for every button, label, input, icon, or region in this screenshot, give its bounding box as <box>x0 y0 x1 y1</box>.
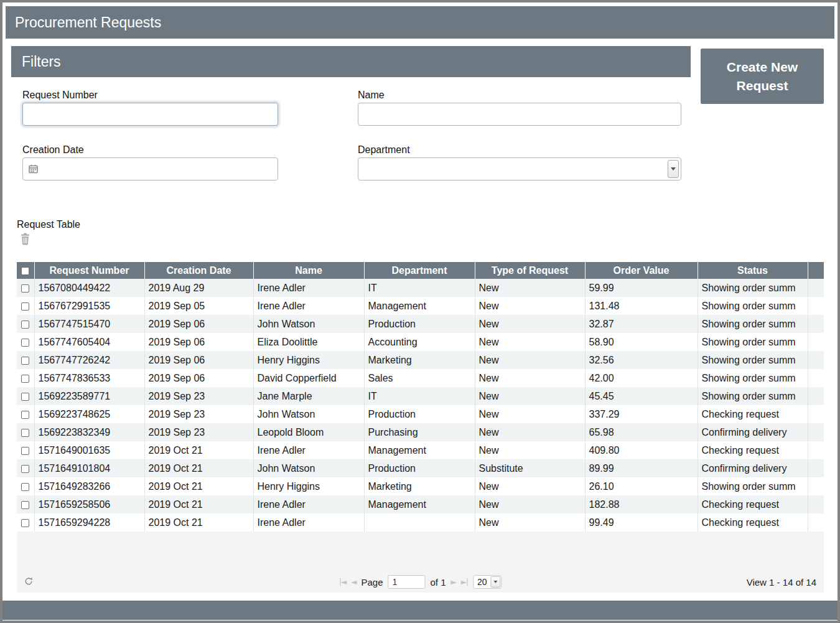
row-checkbox[interactable] <box>21 483 29 491</box>
cell-order-value: 58.90 <box>585 333 698 351</box>
cell-request-number: 1567747726242 <box>34 351 144 369</box>
cell-status: Checking request <box>698 513 808 532</box>
cell-type-of-request: New <box>475 297 585 315</box>
page-size-select[interactable]: 20 <box>473 575 502 589</box>
department-select[interactable] <box>358 157 681 180</box>
column-header-name[interactable]: Name <box>253 262 364 279</box>
cell-department: Production <box>364 405 475 423</box>
table-row: 15716592942282019 Oct 21Irene AdlerNew99… <box>17 513 824 532</box>
last-page-icon[interactable]: ►| <box>461 578 468 586</box>
reload-button[interactable] <box>24 577 33 588</box>
cell-type-of-request: New <box>475 333 585 351</box>
cell-type-of-request: New <box>475 441 585 459</box>
row-checkbox[interactable] <box>21 519 29 527</box>
reload-icon <box>24 577 33 588</box>
cell-request-number: 1567747836533 <box>34 369 144 387</box>
cell-status: Showing order summ <box>698 297 808 315</box>
next-page-icon[interactable]: ► <box>451 578 456 586</box>
cell-type-of-request: New <box>475 315 585 333</box>
column-header-status[interactable]: Status <box>698 262 808 279</box>
chevron-down-icon <box>490 576 500 588</box>
select-all-checkbox[interactable] <box>21 267 29 275</box>
cell-creation-date: 2019 Sep 05 <box>144 297 253 315</box>
row-filler-cell <box>808 297 824 315</box>
request-number-input[interactable] <box>22 103 278 126</box>
cell-department: Production <box>364 315 475 333</box>
table-row: 15716490016352019 Oct 21Irene AdlerManag… <box>17 441 824 459</box>
cell-department: IT <box>364 279 475 297</box>
column-header-request-number[interactable]: Request Number <box>34 262 144 279</box>
cell-type-of-request: New <box>475 405 585 423</box>
row-checkbox[interactable] <box>21 321 29 329</box>
page-size-value: 20 <box>474 577 490 587</box>
table-row: 15692235897712019 Sep 23Jane MarpleITNew… <box>17 387 824 405</box>
column-header-type-of-request[interactable]: Type of Request <box>475 262 585 279</box>
select-all-header-cell <box>17 262 34 279</box>
cell-department: Management <box>364 495 475 513</box>
page-title: Procurement Requests <box>6 6 834 39</box>
request-table-caption: Request Table <box>17 219 80 230</box>
row-checkbox-cell <box>17 513 34 532</box>
row-checkbox[interactable] <box>21 284 29 293</box>
table-row: 15677475154702019 Sep 06John WatsonProdu… <box>17 315 824 333</box>
filters-heading: Filters <box>11 46 691 77</box>
row-checkbox[interactable] <box>21 375 29 383</box>
cell-name: Jane Marple <box>253 387 364 405</box>
row-filler-cell <box>808 423 824 441</box>
cell-creation-date: 2019 Oct 21 <box>144 459 253 477</box>
cell-name: Henry Higgins <box>253 477 364 495</box>
row-checkbox[interactable] <box>21 429 29 437</box>
cell-creation-date: 2019 Aug 29 <box>144 279 253 297</box>
cell-request-number: 1567747605404 <box>34 333 144 351</box>
row-checkbox[interactable] <box>21 465 29 473</box>
cell-request-number: 1569223748625 <box>34 405 144 423</box>
cell-department: Production <box>364 459 475 477</box>
page-of-text: of 1 <box>431 577 446 588</box>
cell-department <box>364 513 475 532</box>
creation-date-input[interactable] <box>22 157 278 180</box>
cell-order-value: 59.99 <box>585 279 698 297</box>
cell-department: Sales <box>364 369 475 387</box>
prev-page-icon[interactable]: ◄ <box>351 578 356 586</box>
cell-order-value: 26.10 <box>585 477 698 495</box>
row-checkbox-cell <box>17 495 34 513</box>
cell-name: Irene Adler <box>253 513 364 532</box>
column-header-department[interactable]: Department <box>364 262 475 279</box>
create-new-request-button[interactable]: Create New Request <box>701 49 824 104</box>
cell-status: Checking request <box>698 495 808 513</box>
trash-icon <box>20 238 30 247</box>
name-input[interactable] <box>358 103 681 126</box>
table-row: 15676729915352019 Sep 05Irene AdlerManag… <box>17 297 824 315</box>
row-filler-cell <box>808 513 824 532</box>
column-header-order-value[interactable]: Order Value <box>585 262 698 279</box>
cell-request-number: 1571649283266 <box>34 477 144 495</box>
row-checkbox-cell <box>17 405 34 423</box>
column-header-creation-date[interactable]: Creation Date <box>144 262 253 279</box>
cell-creation-date: 2019 Sep 23 <box>144 423 253 441</box>
row-checkbox[interactable] <box>21 411 29 419</box>
table-row: 15716491018042019 Oct 21John WatsonProdu… <box>17 459 824 477</box>
row-checkbox[interactable] <box>21 339 29 347</box>
cell-request-number: 1567747515470 <box>34 315 144 333</box>
first-page-icon[interactable]: |◄ <box>339 578 346 586</box>
row-checkbox-cell <box>17 351 34 369</box>
cell-creation-date: 2019 Oct 21 <box>144 477 253 495</box>
row-filler-cell <box>808 369 824 387</box>
cell-request-number: 1569223832349 <box>34 423 144 441</box>
row-filler-cell <box>808 315 824 333</box>
chevron-down-icon <box>668 160 679 178</box>
cell-status: Checking request <box>698 405 808 423</box>
cell-order-value: 409.80 <box>585 441 698 459</box>
row-checkbox[interactable] <box>21 447 29 455</box>
page-number-input[interactable] <box>388 575 426 589</box>
row-filler-cell <box>808 333 824 351</box>
row-checkbox[interactable] <box>21 357 29 365</box>
row-checkbox[interactable] <box>21 501 29 509</box>
delete-selected-button[interactable] <box>20 233 30 247</box>
cell-type-of-request: New <box>475 513 585 532</box>
view-range-text: View 1 - 14 of 14 <box>747 577 816 588</box>
row-checkbox[interactable] <box>21 302 29 311</box>
cell-status: Checking request <box>698 441 808 459</box>
row-filler-cell <box>808 477 824 495</box>
row-checkbox[interactable] <box>21 393 29 401</box>
